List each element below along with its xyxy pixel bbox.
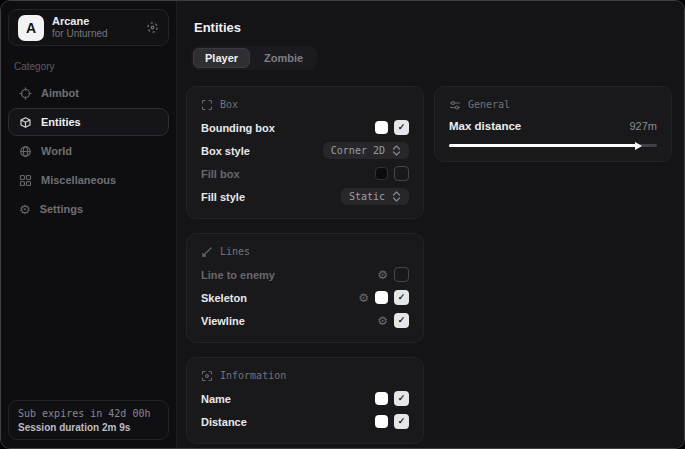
spinner-icon[interactable] — [146, 21, 159, 34]
tab-zombie[interactable]: Zombie — [252, 48, 315, 68]
logo-card: A Arcane for Unturned — [8, 9, 169, 46]
setting-label: Viewline — [201, 315, 245, 327]
diagonal-line-icon — [201, 246, 213, 258]
dropdown-value: Static — [349, 191, 385, 202]
box-style-dropdown[interactable]: Corner 2D — [323, 142, 409, 159]
sidebar-item-world[interactable]: World — [8, 137, 169, 165]
fill-style-dropdown[interactable]: Static — [341, 188, 409, 205]
cube-icon — [19, 116, 32, 129]
setting-row-line-to-enemy: Line to enemy ⚙ — [201, 263, 409, 286]
sliders-icon — [449, 99, 461, 111]
information-card: Information Name Distance — [186, 357, 424, 444]
lines-card-title: Lines — [220, 246, 250, 257]
page-title: Entities — [194, 20, 241, 35]
checkbox-checked[interactable] — [394, 290, 409, 305]
max-distance-row: Max distance 927m — [449, 116, 657, 136]
gear-icon[interactable]: ⚙ — [358, 292, 369, 304]
max-distance-label: Max distance — [449, 120, 521, 132]
box-card: Box Bounding box Box style Corner 2D — [186, 86, 424, 219]
setting-row-viewline: Viewline ⚙ — [201, 309, 409, 332]
app-window: A Arcane for Unturned Category — [0, 0, 685, 449]
session-duration-text: Session duration 2m 9s — [18, 422, 159, 433]
sidebar-item-entities[interactable]: Entities — [8, 108, 169, 136]
column-right: General Max distance 927m — [434, 86, 672, 162]
scan-info-icon — [201, 370, 213, 382]
grid-icon — [19, 174, 32, 187]
setting-label: Line to enemy — [201, 269, 275, 281]
category-label: Category — [14, 61, 163, 72]
sidebar-item-label: World — [41, 145, 72, 157]
crosshair-icon — [19, 87, 32, 100]
tab-player[interactable]: Player — [193, 48, 250, 68]
chevrons-up-down-icon — [392, 145, 401, 156]
gear-icon[interactable]: ⚙ — [377, 315, 388, 327]
checkbox-checked[interactable] — [394, 414, 409, 429]
sub-expiry-text: Sub expires in 42d 00h — [18, 408, 159, 419]
box-card-title: Box — [220, 99, 238, 110]
checkbox-checked[interactable] — [394, 391, 409, 406]
gear-icon: ⚙ — [19, 203, 31, 216]
checkbox-checked[interactable] — [394, 313, 409, 328]
max-distance-slider[interactable] — [449, 144, 657, 147]
tab-bar: Player Zombie — [191, 46, 317, 70]
setting-label: Box style — [201, 145, 250, 157]
setting-row-fill-box: Fill box — [201, 162, 409, 185]
scan-corners-icon — [201, 99, 213, 111]
gear-icon[interactable]: ⚙ — [377, 269, 388, 281]
setting-row-bounding-box: Bounding box — [201, 116, 409, 139]
sidebar-item-settings[interactable]: ⚙ Settings — [8, 195, 169, 223]
setting-label: Name — [201, 393, 231, 405]
sidebar-item-label: Entities — [41, 116, 81, 128]
color-swatch[interactable] — [375, 121, 388, 134]
app-title: Arcane — [52, 15, 108, 28]
general-card-header: General — [449, 96, 657, 113]
app-logo: A — [18, 15, 44, 41]
app-subtitle: for Unturned — [52, 28, 108, 40]
sidebar-item-label: Settings — [40, 203, 83, 215]
logo-text: Arcane for Unturned — [52, 15, 108, 39]
setting-label: Skeleton — [201, 292, 247, 304]
setting-row-fill-style: Fill style Static — [201, 185, 409, 208]
sidebar-item-aimbot[interactable]: Aimbot — [8, 79, 169, 107]
setting-label: Fill box — [201, 168, 240, 180]
setting-row-name: Name — [201, 387, 409, 410]
checkbox-checked[interactable] — [394, 120, 409, 135]
chevrons-up-down-icon — [392, 191, 401, 202]
setting-row-box-style: Box style Corner 2D — [201, 139, 409, 162]
color-swatch[interactable] — [375, 392, 388, 405]
general-card: General Max distance 927m — [434, 86, 672, 162]
main-panel: Entities Player Zombie Box — [177, 1, 684, 448]
color-swatch[interactable] — [375, 291, 388, 304]
subscription-card: Sub expires in 42d 00h Session duration … — [8, 400, 169, 440]
information-card-title: Information — [220, 370, 286, 381]
globe-icon — [19, 145, 32, 158]
sidebar-item-label: Miscellaneous — [41, 174, 116, 186]
sidebar-spacer — [8, 224, 169, 400]
information-card-header: Information — [201, 367, 409, 384]
setting-label: Bounding box — [201, 122, 275, 134]
checkbox-unchecked[interactable] — [394, 267, 409, 282]
setting-label: Distance — [201, 416, 247, 428]
sidebar: A Arcane for Unturned Category — [1, 1, 177, 448]
lines-card-header: Lines — [201, 243, 409, 260]
box-card-header: Box — [201, 96, 409, 113]
setting-row-distance: Distance — [201, 410, 409, 433]
dropdown-value: Corner 2D — [331, 145, 385, 156]
max-distance-value: 927m — [629, 120, 657, 132]
sidebar-item-miscellaneous[interactable]: Miscellaneous — [8, 166, 169, 194]
color-swatch[interactable] — [375, 167, 388, 180]
sidebar-item-label: Aimbot — [41, 87, 79, 99]
setting-label: Fill style — [201, 191, 245, 203]
slider-fill — [449, 144, 638, 147]
lines-card: Lines Line to enemy ⚙ Skeleton ⚙ — [186, 233, 424, 343]
slider-thumb[interactable] — [635, 142, 642, 150]
general-card-title: General — [468, 99, 510, 110]
setting-row-skeleton: Skeleton ⚙ — [201, 286, 409, 309]
checkbox-unchecked[interactable] — [394, 166, 409, 181]
color-swatch[interactable] — [375, 415, 388, 428]
column-left: Box Bounding box Box style Corner 2D — [186, 86, 424, 444]
